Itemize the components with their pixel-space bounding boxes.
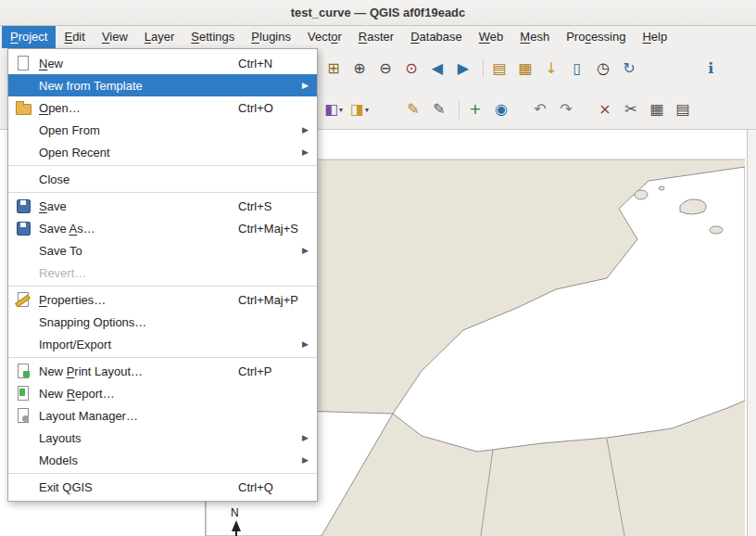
label-options-icon[interactable]: ◨▾ <box>348 98 371 121</box>
shortcut-label: Ctrl+P <box>238 364 271 378</box>
menu-separator <box>8 165 317 166</box>
save-icon <box>14 198 32 213</box>
undo-icon[interactable]: ↶ <box>529 98 551 121</box>
menu-separator <box>8 192 317 193</box>
window-title: test_curve — QGIS af0f19eadc <box>291 6 466 19</box>
menubar-item-project[interactable]: Project <box>2 26 56 48</box>
delete-selected-icon[interactable]: × <box>594 98 616 121</box>
island <box>659 186 664 190</box>
menu-item-open-recent[interactable]: Open Recent▶ <box>8 141 317 163</box>
menu-item-layouts[interactable]: Layouts▶ <box>8 427 317 449</box>
menu-item-label: Snapping Options… <box>39 315 146 329</box>
new-report-icon <box>14 386 32 401</box>
add-feature-icon[interactable]: + <box>464 98 486 121</box>
menu-item-snapping-options[interactable]: Snapping Options… <box>8 311 317 333</box>
zoom-in-icon[interactable]: ⊕ <box>348 57 371 80</box>
zoom-last-icon[interactable]: ◀ <box>426 57 448 80</box>
new-layout-icon <box>14 364 32 378</box>
island <box>710 226 723 234</box>
shortcut-label: Ctrl+Maj+P <box>238 293 298 307</box>
zoom-next-icon[interactable]: ▶ <box>452 57 474 80</box>
paste-features-icon[interactable]: ▤ <box>672 98 694 121</box>
menu-item-label: Properties… <box>39 293 106 307</box>
submenu-arrow-icon: ▶ <box>302 125 309 134</box>
submenu-arrow-icon: ▶ <box>302 455 309 465</box>
redo-icon[interactable]: ↷ <box>555 98 577 121</box>
submenu-arrow-icon: ▶ <box>302 246 309 255</box>
menu-item-label: Import/Export <box>39 338 111 351</box>
copy-features-icon[interactable]: ▦ <box>646 98 668 121</box>
data-source-manager-icon[interactable]: ↓ <box>540 57 562 80</box>
save-layer-edits-icon[interactable]: ✎ <box>428 98 450 121</box>
layer-styling-icon[interactable]: ◧▾ <box>322 98 345 121</box>
menu-item-open[interactable]: Open…Ctrl+O <box>8 96 317 119</box>
shortcut-label: Ctrl+S <box>238 199 271 213</box>
toggle-editing-icon[interactable]: ✎ <box>402 98 424 121</box>
menu-item-label: Save <box>39 199 67 213</box>
menubar-item-edit[interactable]: Edit <box>56 26 93 48</box>
folder-icon <box>14 100 32 115</box>
shortcut-label: Ctrl+N <box>238 57 272 70</box>
title-bar[interactable]: test_curve — QGIS af0f19eadc <box>0 0 756 26</box>
menu-item-label: Open… <box>39 101 81 115</box>
menu-item-save-to[interactable]: Save To▶ <box>8 239 317 262</box>
menubar-item-vector[interactable]: Vector <box>299 26 350 48</box>
dropdown-caret-icon: ▾ <box>365 106 369 114</box>
cut-features-icon[interactable]: ✂ <box>620 98 642 121</box>
new-3d-map-view-icon[interactable]: ▦ <box>514 57 536 80</box>
submenu-arrow-icon: ▶ <box>302 147 309 157</box>
layout-manager-icon <box>14 408 32 423</box>
menu-item-models[interactable]: Models▶ <box>8 449 317 471</box>
menubar-item-layer[interactable]: Layer <box>136 26 183 48</box>
menu-item-label: New Print Layout… <box>39 364 143 378</box>
menubar-item-processing[interactable]: Processing <box>558 26 634 48</box>
map-scrollbar[interactable] <box>747 130 756 536</box>
menu-item-new-report[interactable]: New Report… <box>8 382 317 404</box>
menu-item-import-export[interactable]: Import/Export▶ <box>8 333 317 355</box>
zoom-out-icon[interactable]: ⊖ <box>374 57 397 80</box>
menu-item-new[interactable]: NewCtrl+N <box>8 52 317 74</box>
zoom-full-icon[interactable]: ⊞ <box>322 57 345 80</box>
menubar-item-plugins[interactable]: Plugins <box>243 26 299 48</box>
menu-item-label: Layouts <box>39 431 82 445</box>
menu-item-layout-manager[interactable]: Layout Manager… <box>8 404 317 427</box>
new-icon <box>14 56 32 70</box>
menu-separator <box>8 286 317 287</box>
project-menu-dropdown: NewCtrl+NNew from Template▶Open…Ctrl+OOp… <box>7 48 318 502</box>
toolbar-separator <box>483 59 484 78</box>
menu-item-open-from[interactable]: Open From▶ <box>8 119 317 141</box>
menu-item-label: New <box>39 57 63 70</box>
refresh-map-icon[interactable]: ↻ <box>618 57 640 80</box>
menubar-item-view[interactable]: View <box>94 26 136 48</box>
menubar-item-settings[interactable]: Settings <box>183 26 243 48</box>
vertex-tool-icon[interactable]: ◉ <box>490 98 512 121</box>
properties-icon <box>14 292 32 307</box>
menu-item-save[interactable]: SaveCtrl+S <box>8 195 317 217</box>
menu-item-label: Exit QGIS <box>39 480 93 494</box>
island <box>635 190 648 199</box>
north-arrow-label: N <box>231 506 239 519</box>
menu-item-label: Models <box>39 453 78 467</box>
show-bookmarks-icon[interactable]: ▯ <box>566 57 588 80</box>
menubar-item-web[interactable]: Web <box>471 26 512 48</box>
new-map-view-icon[interactable]: ▤ <box>488 57 510 80</box>
menu-item-label: New Report… <box>39 387 115 401</box>
menubar-item-mesh[interactable]: Mesh <box>511 26 558 48</box>
menu-item-new-from-template[interactable]: New from Template▶ <box>8 74 317 96</box>
menu-item-exit-qgis[interactable]: Exit QGISCtrl+Q <box>8 476 317 498</box>
menubar-item-help[interactable]: Help <box>634 26 675 48</box>
temporal-controller-icon[interactable]: ◷ <box>592 57 614 80</box>
menubar-item-database[interactable]: Database <box>402 26 471 48</box>
shortcut-label: Ctrl+Maj+S <box>238 222 298 236</box>
submenu-arrow-icon: ▶ <box>302 81 309 90</box>
shortcut-label: Ctrl+O <box>238 101 273 115</box>
menu-item-close[interactable]: Close <box>8 168 317 190</box>
identify-features-icon[interactable]: ℹ <box>699 57 722 80</box>
menu-item-properties[interactable]: Properties…Ctrl+Maj+P <box>8 288 317 311</box>
menu-item-save-as[interactable]: Save As…Ctrl+Maj+S <box>8 217 317 239</box>
menubar-item-raster[interactable]: Raster <box>350 26 402 48</box>
zoom-to-layer-icon[interactable]: ⊙ <box>400 57 422 80</box>
menu-item-new-print-layout[interactable]: New Print Layout…Ctrl+P <box>8 360 317 382</box>
toolbar-separator <box>459 100 460 119</box>
menu-item-label: Revert… <box>39 266 86 280</box>
